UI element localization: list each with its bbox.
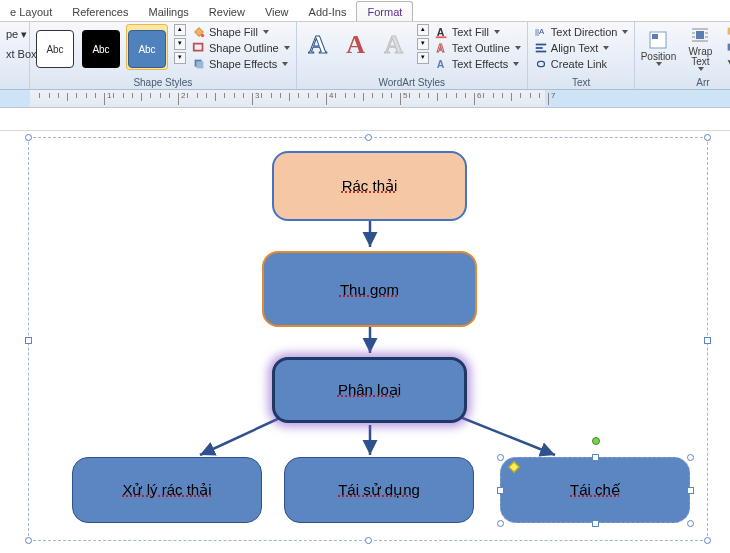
ribbon-tabs: e Layout References Mailings Review View…: [0, 0, 730, 22]
document-area[interactable]: Rác thải Thu gom Phân loại Xử lý rác thả…: [0, 108, 730, 553]
send-icon: [725, 41, 730, 55]
svg-rect-1: [194, 44, 203, 51]
shape-style-1[interactable]: Abc: [34, 24, 76, 70]
selection-pane-button[interactable]: Sele: [723, 56, 730, 72]
send-backward-button[interactable]: Sen: [723, 40, 730, 56]
wrap-text-button[interactable]: Wrap Text: [681, 24, 719, 72]
gallery-down-icon[interactable]: ▾: [174, 38, 186, 50]
wa-gallery-more[interactable]: ▾: [417, 52, 429, 64]
tab-format[interactable]: Format: [356, 1, 413, 21]
tab-view[interactable]: View: [255, 2, 299, 21]
svg-point-0: [201, 34, 205, 38]
text-effects-button[interactable]: AText Effects: [433, 56, 523, 72]
node-xu-ly[interactable]: Xử lý rác thải: [72, 457, 262, 523]
node-tai-su-dung[interactable]: Tái sử dụng: [284, 457, 474, 523]
align-icon: [534, 41, 548, 55]
position-icon: [648, 30, 668, 50]
svg-rect-10: [536, 47, 543, 49]
node-rac-thai[interactable]: Rác thải: [272, 151, 467, 221]
text-outline-icon: A: [435, 41, 449, 55]
bring-icon: [725, 25, 730, 39]
text-effects-icon: A: [435, 57, 449, 71]
svg-text:||A: ||A: [535, 27, 545, 36]
group-label-shape-styles: Shape Styles: [34, 76, 292, 89]
shape-dropdown[interactable]: pe ▾: [4, 26, 29, 42]
gallery-up-icon[interactable]: ▴: [174, 24, 186, 36]
wa-gallery-down[interactable]: ▾: [417, 38, 429, 50]
link-icon: [534, 57, 548, 71]
node-phan-loai[interactable]: Phân loại: [272, 357, 467, 423]
align-text-button[interactable]: Align Text: [532, 40, 631, 56]
text-outline-button[interactable]: AText Outline: [433, 40, 523, 56]
rotate-handle[interactable]: [592, 437, 600, 445]
tab-references[interactable]: References: [62, 2, 138, 21]
svg-rect-3: [196, 61, 203, 68]
svg-text:A: A: [436, 42, 444, 54]
bucket-icon: [192, 25, 206, 39]
selection-icon: [725, 57, 730, 71]
wrap-icon: [690, 25, 710, 45]
text-fill-button[interactable]: AText Fill: [433, 24, 523, 40]
svg-rect-9: [536, 44, 547, 46]
effects-icon: [192, 57, 206, 71]
tab-layout[interactable]: e Layout: [0, 2, 62, 21]
shape-effects-button[interactable]: Shape Effects: [190, 56, 292, 72]
bring-forward-button[interactable]: Brin: [723, 24, 730, 40]
text-direction-button[interactable]: ||AText Direction: [532, 24, 631, 40]
gallery-more-icon[interactable]: ▾: [174, 52, 186, 64]
shape-style-2[interactable]: Abc: [80, 24, 122, 70]
svg-text:A: A: [436, 58, 444, 70]
group-label-arrange: Arr: [639, 76, 730, 89]
wordart-style-2[interactable]: A: [339, 28, 373, 62]
svg-rect-5: [436, 36, 447, 38]
page[interactable]: Rác thải Thu gom Phân loại Xử lý rác thả…: [0, 130, 730, 550]
group-label-text: Text: [532, 76, 631, 89]
svg-rect-11: [536, 51, 547, 53]
shape-outline-button[interactable]: Shape Outline: [190, 40, 292, 56]
ribbon: pe ▾ xt Box Abc Abc Abc ▴ ▾ ▾ Shape Fill…: [0, 22, 730, 90]
group-label-wordart: WordArt Styles: [301, 76, 523, 89]
shape-style-3[interactable]: Abc: [126, 24, 168, 70]
wa-gallery-up[interactable]: ▴: [417, 24, 429, 36]
pencil-icon: [192, 41, 206, 55]
shape-fill-button[interactable]: Shape Fill: [190, 24, 292, 40]
svg-rect-13: [652, 34, 658, 39]
svg-rect-14: [696, 31, 704, 39]
node-tai-che[interactable]: Tái chế: [500, 457, 690, 523]
tab-review[interactable]: Review: [199, 2, 255, 21]
tab-mailings[interactable]: Mailings: [138, 2, 198, 21]
create-link-button[interactable]: Create Link: [532, 56, 631, 72]
position-button[interactable]: Position: [639, 24, 677, 72]
node-thu-gom[interactable]: Thu gom: [262, 251, 477, 327]
wordart-style-1[interactable]: A: [301, 28, 335, 62]
tab-addins[interactable]: Add-Ins: [299, 2, 357, 21]
wordart-style-3[interactable]: A: [377, 28, 411, 62]
text-fill-icon: A: [435, 25, 449, 39]
horizontal-ruler[interactable]: 1234567: [0, 90, 730, 108]
svg-text:A: A: [436, 26, 444, 38]
direction-icon: ||A: [534, 25, 548, 39]
